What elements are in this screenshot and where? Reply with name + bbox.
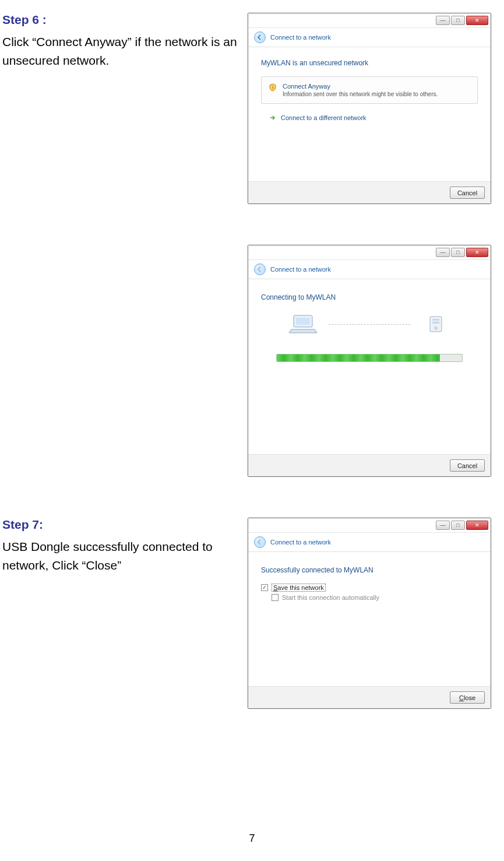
connect-anyway-option[interactable]: ! Connect Anyway Information sent over t… (261, 76, 478, 104)
shield-icon: ! (269, 83, 277, 92)
svg-rect-5 (432, 322, 439, 324)
maximize-button[interactable]: □ (451, 521, 465, 530)
subtitle-text: Connect to a network (270, 539, 331, 546)
dialog-subtitle: Connect to a network (248, 28, 491, 47)
svg-rect-2 (296, 318, 310, 325)
svg-rect-4 (432, 319, 439, 321)
maximize-button[interactable]: □ (451, 248, 465, 257)
close-button[interactable]: Close (450, 691, 485, 704)
step7-body: USB Dongle successfully connected to net… (2, 537, 248, 575)
progress-bar (276, 354, 463, 362)
cancel-button[interactable]: Cancel (450, 187, 485, 199)
titlebar: — □ ✕ (248, 245, 491, 260)
svg-point-6 (434, 326, 438, 330)
success-heading: Successfully connected to MyWLAN (261, 566, 478, 574)
dialog-success: — □ ✕ Connect to a network Successfully … (248, 518, 491, 709)
titlebar: — □ ✕ (248, 518, 491, 533)
step7-title: Step 7: (2, 518, 248, 532)
close-accel: C (459, 694, 464, 701)
dialog-heading: MyWLAN is an unsecured network (261, 59, 478, 67)
step6-title: Step 6 : (2, 13, 248, 27)
device-icon (421, 312, 451, 336)
dialog-subtitle: Connect to a network (248, 533, 491, 552)
dialog-subtitle: Connect to a network (248, 260, 491, 279)
close-window-button[interactable]: ✕ (466, 521, 488, 530)
checkbox-icon (272, 594, 279, 601)
save-network-checkbox[interactable]: Save this network (261, 584, 478, 592)
dialog-unsecured: — □ ✕ Connect to a network MyWLAN is an … (248, 13, 491, 204)
minimize-button[interactable]: — (436, 248, 450, 257)
laptop-icon (288, 312, 318, 336)
arrow-icon (269, 114, 276, 121)
option-title: Connect Anyway (283, 83, 438, 90)
connecting-heading: Connecting to MyWLAN (261, 293, 478, 301)
step6-body: Click “Connect Anyway” if the network is… (2, 33, 248, 70)
close-rest: lose (464, 694, 475, 701)
minimize-button[interactable]: — (436, 16, 450, 25)
cancel-button[interactable]: Cancel (450, 459, 485, 472)
connection-line (329, 324, 410, 325)
save-label: ave this network (277, 584, 323, 591)
option-subtitle: Information sent over this network might… (283, 91, 438, 97)
svg-text:!: ! (272, 85, 273, 90)
minimize-button[interactable]: — (436, 521, 450, 530)
back-icon[interactable] (254, 31, 266, 43)
back-icon[interactable] (254, 263, 266, 275)
checkbox-icon (261, 584, 268, 591)
back-icon[interactable] (254, 536, 266, 548)
maximize-button[interactable]: □ (451, 16, 465, 25)
page-number: 7 (0, 832, 504, 845)
subtitle-text: Connect to a network (270, 266, 331, 273)
dialog-connecting: — □ ✕ Connect to a network Connecting to… (248, 245, 491, 477)
close-window-button[interactable]: ✕ (466, 248, 488, 257)
connection-graphic (261, 312, 478, 336)
link-text: Connect to a different network (281, 114, 366, 121)
titlebar: — □ ✕ (248, 13, 491, 28)
close-window-button[interactable]: ✕ (466, 16, 488, 25)
subtitle-text: Connect to a network (270, 34, 331, 41)
connect-different-link[interactable]: Connect to a different network (269, 114, 478, 121)
auto-start-checkbox[interactable]: Start this connection automatically (272, 594, 478, 601)
auto-label: Start this connection automatically (282, 594, 379, 601)
